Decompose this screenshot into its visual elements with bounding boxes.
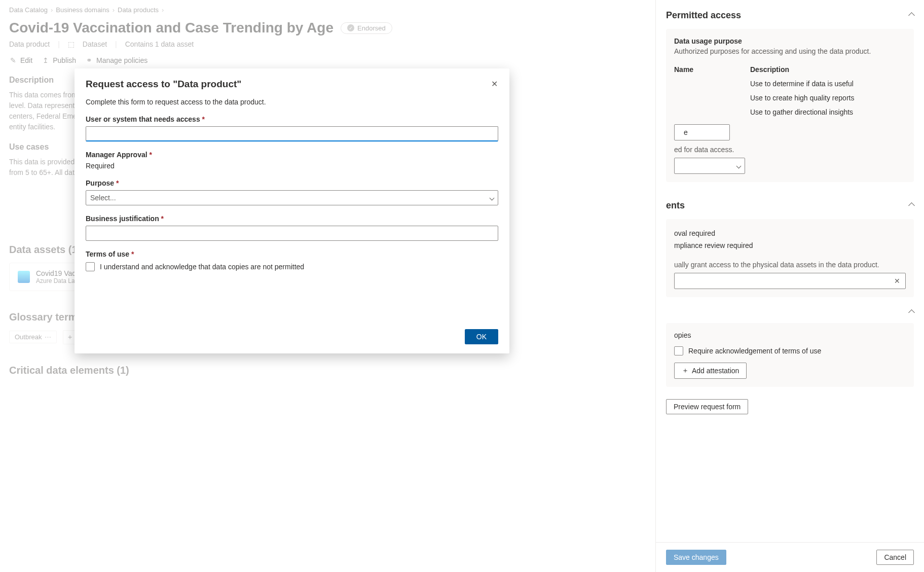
ack-label: Require acknowledgement of terms of use [688, 347, 821, 355]
chevron-down-icon [736, 163, 742, 168]
chevron-up-icon [908, 309, 915, 316]
request-access-modal: ✕ Request access to "Data product" Compl… [75, 68, 509, 353]
terms-check-label: I understand and acknowledge that data c… [100, 263, 304, 271]
purpose-select[interactable]: Select... [86, 190, 498, 205]
requirement-row: mpliance review required [674, 239, 906, 256]
plus-icon: ＋ [682, 366, 689, 375]
justification-input[interactable] [86, 226, 498, 241]
close-button[interactable]: ✕ [486, 76, 502, 92]
col-name: Name [674, 65, 750, 74]
save-changes-button[interactable]: Save changes [666, 550, 726, 565]
purpose-label: Purpose * [86, 179, 498, 187]
permitted-access-heading[interactable]: Permitted access [666, 0, 914, 29]
ack-checkbox[interactable] [674, 346, 683, 355]
table-row: Use to determine if data is useful [674, 77, 906, 91]
stub-button[interactable]: e [674, 124, 730, 140]
modal-subtitle: Complete this form to request access to … [86, 98, 498, 106]
access-select[interactable] [674, 158, 745, 174]
add-attestation-button[interactable]: ＋ Add attestation [674, 363, 747, 379]
assignee-input[interactable]: ✕ [674, 273, 906, 289]
clear-icon[interactable]: ✕ [892, 277, 902, 285]
requirement-row: oval required [674, 227, 906, 239]
copies-label: opies [674, 331, 906, 342]
manager-label: Manager Approval * [86, 151, 498, 159]
data-usage-title: Data usage purpose [674, 37, 906, 45]
hint-text: ually grant access to the physical data … [674, 261, 906, 269]
chevron-up-icon [908, 12, 915, 19]
table-row: Use to gather directional insights [674, 105, 906, 119]
chevron-up-icon [908, 202, 915, 209]
table-row: Use to create high quality reports [674, 91, 906, 105]
modal-title: Request access to "Data product" [86, 79, 498, 90]
cancel-button[interactable]: Cancel [876, 550, 914, 565]
user-input[interactable] [86, 126, 498, 141]
preview-request-button[interactable]: Preview request form [666, 399, 748, 414]
justification-label: Business justification * [86, 214, 498, 223]
ok-button[interactable]: OK [465, 329, 498, 344]
hint-text: ed for data access. [674, 146, 906, 154]
terms-label: Terms of use * [86, 250, 498, 258]
manager-value: Required [86, 162, 498, 170]
user-label: User or system that needs access * [86, 115, 498, 123]
terms-checkbox[interactable] [86, 262, 95, 271]
chevron-down-icon [490, 195, 495, 200]
col-desc: Description [750, 65, 906, 74]
data-usage-sub: Authorized purposes for accessing and us… [674, 47, 906, 55]
requirements-heading[interactable]: ents [666, 190, 914, 219]
terms-heading[interactable] [666, 305, 914, 323]
